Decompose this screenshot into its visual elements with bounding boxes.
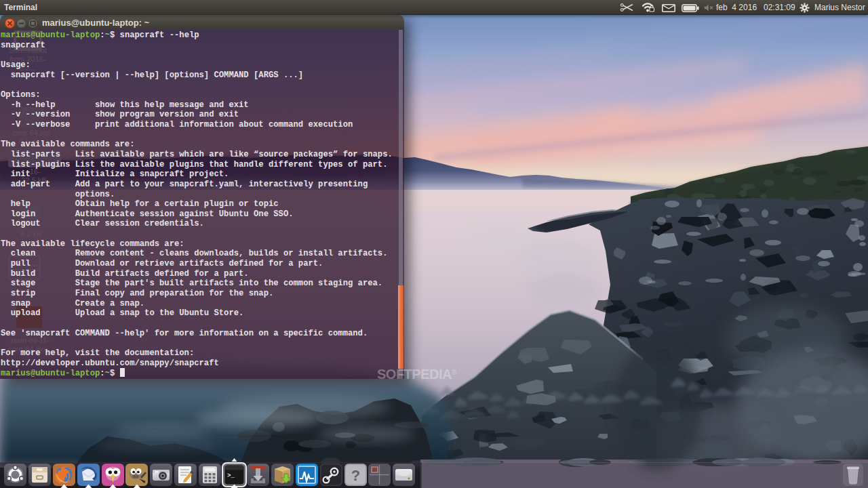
svg-text:?: ? — [351, 467, 360, 484]
svg-text:>_: >_ — [227, 472, 235, 479]
